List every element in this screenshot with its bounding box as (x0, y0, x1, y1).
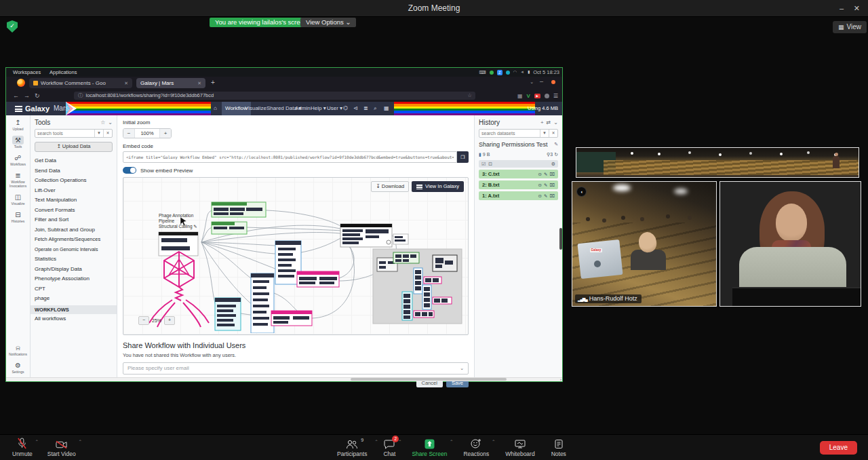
reload-icon[interactable]: ↻ (35, 90, 40, 102)
refresh-icon[interactable]: ↻ (554, 152, 558, 157)
user-email-select[interactable]: Please specify user email ⌄ (123, 362, 469, 375)
tabbar-minimize-icon[interactable]: – (540, 78, 543, 85)
leave-button[interactable]: Leave (820, 441, 857, 455)
view-in-galaxy-button[interactable]: View In Galaxy (412, 181, 464, 192)
unmute-button[interactable]: ⌃ Unmute (12, 438, 33, 457)
activity-invocations[interactable]: ≣ Workflow Invocations (7, 171, 30, 188)
tab-close-icon[interactable]: ✕ (124, 78, 128, 88)
announcements-icon[interactable]: ⊲ (353, 102, 358, 115)
chat-button[interactable]: 2 ⌃ Chat (383, 438, 395, 457)
tool-category[interactable]: Text Manipulation (35, 195, 113, 206)
url-input[interactable]: ⓘlocalhost:8081/workflows/sharing?id=9f1… (74, 92, 475, 100)
delete-icon[interactable]: ⌧ (550, 183, 555, 188)
firefox-account-icon[interactable] (551, 80, 555, 84)
history-name[interactable]: Sharing Permissions Test (479, 141, 547, 148)
chevron-up-icon[interactable]: ⌃ (79, 439, 82, 444)
tool-category[interactable]: Join, Subtract and Group (35, 225, 113, 235)
share-screen-button[interactable]: ⌃ Share Screen (412, 438, 447, 457)
dataset-row[interactable]: 3: C.txt ⊙ ✎ ⌧ (479, 170, 558, 178)
tool-category[interactable]: phage (35, 294, 113, 304)
canvas-zoom-out-button[interactable]: − (138, 316, 149, 325)
tool-category[interactable]: Convert Formats (35, 206, 113, 216)
system-tray[interactable]: ⌨ Z ◠ ◄ ▮ Oct 5 18:23 (479, 68, 559, 77)
activity-notifications[interactable]: ⍾ Notifications (9, 343, 27, 356)
tool-category[interactable]: Filter and Sort (35, 215, 113, 225)
eye-icon[interactable]: ⊙ (538, 183, 542, 188)
tool-category[interactable]: Collection Operations (35, 176, 113, 186)
view-button[interactable]: ▦View (833, 21, 867, 33)
panel-caret-icon[interactable]: ⌄ (108, 119, 113, 126)
home-icon[interactable]: ⌂ (214, 102, 217, 115)
select-items-icon[interactable]: ☑ (481, 161, 486, 167)
bookmark-star-icon[interactable]: ☆ (467, 92, 472, 100)
zoom-in-button[interactable]: + (160, 129, 171, 138)
delete-icon[interactable]: ⌧ (550, 172, 555, 177)
browser-tab-1[interactable]: Workflow Comments - Goo✕ (29, 78, 132, 88)
galaxy-brand[interactable]: Galaxy (25, 102, 50, 115)
zoom-out-button[interactable]: − (123, 129, 134, 138)
dataset-row[interactable]: 1: A.txt ⊙ ✎ ⌧ (479, 191, 558, 200)
browser-tab-2-active[interactable]: Galaxy | Mars✕ (136, 78, 205, 88)
edit-history-name-icon[interactable]: ✎ (554, 142, 558, 147)
tool-category[interactable]: Lift-Over (35, 186, 113, 196)
all-workflows-link[interactable]: All workflows (35, 314, 113, 324)
tool-category[interactable]: Get Data (35, 156, 113, 166)
participants-button[interactable]: 9 ⌃ Participants (337, 438, 367, 457)
tool-category[interactable]: Statistics (35, 254, 113, 265)
applications-menu[interactable]: Applications (50, 68, 77, 77)
tools-search-input[interactable] (35, 131, 94, 136)
reactions-button[interactable]: ⌃ Reactions (463, 438, 489, 457)
tool-category[interactable]: Graph/Display Data (35, 265, 113, 275)
scrollbar-handle[interactable] (351, 378, 507, 381)
new-tab-button[interactable]: + (211, 79, 215, 86)
canvas-zoom-in-button[interactable]: + (164, 316, 175, 325)
scroll-right-icon[interactable]: › (560, 377, 561, 381)
filter-funnel-icon[interactable]: ▼ (540, 130, 549, 137)
menu-icon[interactable]: ☰ (553, 93, 558, 99)
favorites-star-icon[interactable]: ☆ (100, 119, 105, 126)
nav-admin[interactable]: Admin (295, 102, 311, 115)
tab-close-icon[interactable]: ✕ (197, 78, 201, 88)
tag-icon[interactable]: ⊡ (488, 161, 492, 167)
gear-icon[interactable]: ⚙ (551, 161, 555, 167)
tool-category[interactable]: Send Data (35, 166, 113, 176)
switch-history-icon[interactable]: ⇄ (547, 119, 551, 126)
pencil-icon[interactable]: ✎ (544, 183, 547, 188)
dataset-row[interactable]: 2: B.txt ⊙ ✎ ⌧ (479, 180, 558, 189)
chevron-up-icon[interactable]: ⌃ (374, 439, 378, 444)
firefox-icon[interactable] (17, 79, 25, 87)
video-tile-hans-rudolf-hotz[interactable]: Galaxy ◖ ▂▄▆▄ Hans-Rudolf Hotz (572, 181, 717, 307)
security-shield-icon[interactable]: ✓ (7, 20, 18, 33)
search-icon[interactable]: ⌕ (374, 102, 376, 115)
clear-search-icon[interactable]: ✕ (549, 130, 557, 137)
saved-list-icon[interactable]: ≣ (363, 102, 368, 115)
close-button[interactable]: ✕ (854, 0, 860, 16)
back-icon[interactable]: ← (13, 90, 19, 102)
filter-funnel-icon[interactable]: ▼ (94, 130, 103, 137)
upload-data-button[interactable]: ↥ Upload Data (35, 142, 113, 152)
delete-icon[interactable]: ⌧ (550, 193, 555, 199)
activity-histories[interactable]: ⊟ Histories (12, 210, 24, 223)
show-preview-toggle[interactable] (123, 167, 136, 174)
notes-button[interactable]: Notes (551, 438, 566, 457)
tab-list-caret-icon[interactable]: ⌄ (530, 79, 534, 85)
activity-settings[interactable]: ⚙ Settings (12, 361, 24, 374)
minimize-button[interactable]: – (840, 0, 844, 16)
eye-icon[interactable]: ⊙ (538, 193, 542, 199)
chevron-up-icon[interactable]: ⌃ (35, 439, 39, 444)
activity-upload[interactable]: ↥ Upload (12, 118, 23, 131)
eye-icon[interactable]: ⊙ (538, 172, 542, 177)
pencil-icon[interactable]: ✎ (544, 193, 547, 199)
copy-embed-button[interactable]: ❐ (457, 151, 469, 163)
vertical-scrollbar-handle[interactable] (559, 228, 562, 250)
video-tile-presenter[interactable] (719, 181, 861, 307)
new-history-icon[interactable]: + (540, 119, 544, 126)
history-search-input[interactable] (479, 131, 540, 136)
view-options-dropdown[interactable]: View Options ⌄ (300, 18, 356, 27)
pencil-icon[interactable]: ✎ (544, 172, 547, 177)
tutorials-icon[interactable]: ⌬ (343, 102, 348, 115)
clear-search-icon[interactable]: ✕ (103, 130, 112, 137)
scratchbook-grid-icon[interactable]: ▦ (384, 102, 389, 115)
download-button[interactable]: ↧ Download (371, 181, 409, 192)
site-info-icon[interactable]: ⓘ (78, 92, 83, 98)
